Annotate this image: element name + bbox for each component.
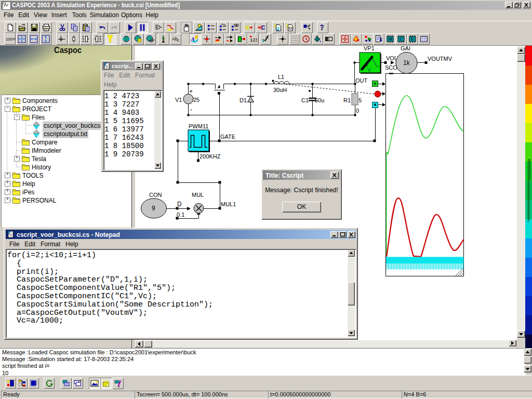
svg-text:c: c [177,38,179,43]
svg-text:V: V [367,66,371,73]
svg-text:-: - [190,106,192,113]
svg-text:OUT: OUT [355,77,368,84]
svg-text:R1: R1 [343,97,351,103]
svg-text:VP1: VP1 [364,46,375,51]
svg-text:30uH: 30uH [273,87,287,93]
svg-text:MUL1: MUL1 [221,201,236,207]
svg-text:GATE: GATE [220,134,235,140]
svg-text:50u: 50u [315,97,324,103]
svg-text:?: ? [321,24,324,32]
svg-text:C: C [400,36,403,42]
svg-text:CON: CON [149,192,162,198]
svg-text:PWM11: PWM11 [189,123,208,129]
svg-text:+: + [189,88,193,95]
svg-text:9: 9 [152,205,155,212]
svg-text:100%: 100% [6,37,15,42]
svg-text:D1: D1 [240,97,247,103]
svg-text:MUL: MUL [192,192,204,198]
svg-text:GAI: GAI [401,46,410,51]
svg-text:0: 0 [356,108,359,114]
svg-text:V1: V1 [175,97,182,103]
svg-text:200KHZ: 200KHZ [200,153,221,159]
svg-text:h: h [411,36,414,42]
svg-text:0.1: 0.1 [177,211,184,218]
svg-text:L1: L1 [278,74,284,80]
svg-text:VOUTMV: VOUTMV [428,56,453,62]
svg-text:1k: 1k [403,59,410,66]
svg-text:D: D [177,201,182,208]
svg-text:C1: C1 [301,97,309,103]
svg-text:123: 123 [250,37,257,43]
svg-text:5: 5 [358,97,362,103]
svg-text:25: 25 [193,97,200,103]
svg-text:C: C [261,25,265,31]
svg-text:M: M [389,36,393,42]
